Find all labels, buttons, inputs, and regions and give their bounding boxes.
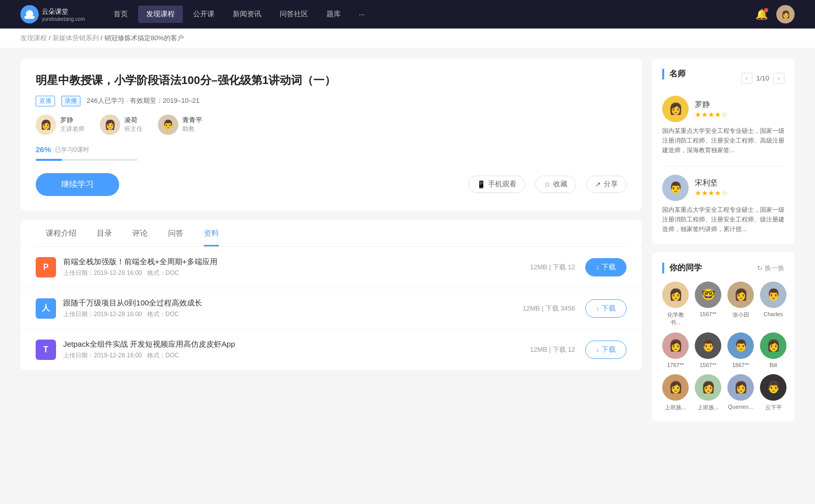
nav-items: 首页 发现课程 公开课 新闻资讯 问答社区 题库 ··· — [105, 6, 755, 23]
resource-3-meta: 上传日期：2019-12-28 16:00 格式：DOC — [63, 351, 530, 360]
breadcrumb-series[interactable]: 新媒体营销系列 — [52, 34, 99, 42]
nav-more[interactable]: ··· — [351, 6, 373, 22]
progress-bar — [36, 159, 138, 161]
teacher-1: 👩 罗静 ★★★★☆ 国内某重点大学安全工程专业硕士，国家一级注册消防工程师、注… — [662, 96, 784, 156]
instructor-1-role: 主讲老师 — [60, 125, 85, 133]
main-layout: 明星中教授课，小学阶段语法100分–强化级第1讲动词（一） 直播 录播 246人… — [0, 48, 815, 440]
classmate-4-avatar: 👨 — [760, 282, 786, 308]
mobile-watch-button[interactable]: 📱 手机观看 — [468, 176, 525, 193]
instructor-1-avatar: 👩 — [36, 115, 56, 135]
teacher-2-name: 宋利坚 — [695, 178, 728, 188]
teacher-1-info: 罗静 ★★★★☆ — [695, 100, 728, 119]
classmate-11: 👩 Querren... — [727, 374, 754, 411]
sidebar: 名师 ‹ 1/10 › 👩 罗静 ★★★★☆ 国内某重点大学安 — [652, 59, 795, 430]
breadcrumb-current: 销冠修炼术搞定80%的客户 — [104, 34, 184, 42]
course-stats: 246人已学习 · 有效期至：2019–10–21 — [87, 96, 200, 105]
instructor-3-info: 青青平 助教 — [182, 116, 202, 133]
teacher-2-info: 宋利坚 ★★★★☆ — [695, 178, 728, 197]
nav-news[interactable]: 新闻资讯 — [225, 6, 269, 23]
course-card: 明星中教授课，小学阶段语法100分–强化级第1讲动词（一） 直播 录播 246人… — [20, 59, 642, 210]
classmate-11-avatar: 👩 — [727, 374, 754, 401]
breadcrumb: 发现课程 / 新媒体营销系列 / 销冠修炼术搞定80%的客户 — [0, 29, 815, 48]
teachers-next-button[interactable]: › — [773, 73, 784, 84]
teachers-card: 名师 ‹ 1/10 › 👩 罗静 ★★★★☆ 国内某重点大学安 — [652, 59, 795, 244]
classmate-2-avatar: 🤓 — [695, 282, 721, 308]
resource-3-name: Jetpack全组件实战 开发短视频应用高仿皮皮虾App — [63, 340, 530, 349]
mobile-label: 手机观看 — [488, 180, 517, 189]
classmate-7-avatar: 👨 — [727, 332, 754, 359]
classmate-4: 👨 Charles — [760, 282, 786, 326]
bell-icon[interactable]: 🔔 — [755, 8, 768, 20]
classmates-grid: 👩 化学教书... 🤓 1567** 👩 张小田 👨 Charles 👩 — [662, 282, 784, 411]
share-button[interactable]: ↗ 分享 — [586, 176, 627, 193]
classmate-5-avatar: 👩 — [662, 332, 689, 359]
progress-label: 26% — [36, 145, 51, 154]
resource-item-1: P 前端全栈加强版！前端全栈+全周期+多端应用 上传日期：2019-12-28 … — [20, 247, 642, 288]
tab-resources[interactable]: 资料 — [194, 220, 229, 246]
classmate-8: 👩 Bill — [760, 332, 786, 368]
teacher-1-name: 罗静 — [695, 100, 728, 109]
teacher-2-stars: ★★★★☆ — [695, 189, 728, 197]
progress-fill — [36, 159, 62, 161]
teacher-2: 👨 宋利坚 ★★★★☆ 国内某重点大学安全工程专业硕士，国家一级注册消防工程师、… — [662, 175, 784, 235]
nav-right: 🔔 👩 — [755, 5, 795, 23]
tab-comment[interactable]: 评论 — [122, 220, 158, 246]
download-2-button[interactable]: ↓ 下载 — [585, 299, 627, 318]
nav-open[interactable]: 公开课 — [185, 6, 223, 23]
classmate-3-avatar: 👩 — [727, 282, 754, 308]
instructor-2-avatar: 👩 — [100, 115, 120, 135]
tab-catalog[interactable]: 目录 — [87, 220, 122, 246]
course-actions: 继续学习 📱 手机观看 ☆ 收藏 ↗ 分享 — [36, 173, 627, 196]
teacher-1-header: 👩 罗静 ★★★★☆ — [662, 96, 784, 122]
classmate-10-name: 上班族... — [697, 404, 719, 411]
classmate-9-name: 上班族... — [665, 404, 686, 411]
classmate-12-avatar: 👨 — [760, 374, 786, 401]
classmate-9: 👩 上班族... — [662, 374, 689, 411]
nav-bank[interactable]: 题库 — [318, 6, 349, 23]
notification-dot — [764, 8, 768, 12]
teacher-2-header: 👨 宋利坚 ★★★★☆ — [662, 175, 784, 201]
classmate-8-name: Bill — [770, 362, 777, 368]
resource-item-3: T Jetpack全组件实战 开发短视频应用高仿皮皮虾App 上传日期：2019… — [20, 329, 642, 370]
classmate-1-avatar: 👩 — [662, 282, 689, 308]
classmate-10: 👩 上班族... — [695, 374, 721, 411]
tab-intro[interactable]: 课程介绍 — [36, 220, 87, 246]
teachers-page: 1/10 — [756, 74, 769, 82]
instructor-2: 👩 凌荷 班主任 — [100, 115, 143, 135]
badge-record: 录播 — [61, 96, 80, 106]
action-buttons: 📱 手机观看 ☆ 收藏 ↗ 分享 — [468, 176, 627, 193]
classmate-12: 👨 云下平 — [760, 374, 786, 411]
logo-text: 云朵课堂 yundouketang.com — [42, 7, 85, 22]
download-1-button[interactable]: ↓ 下载 — [585, 258, 627, 276]
nav-home[interactable]: 首页 — [105, 6, 136, 23]
course-title: 明星中教授课，小学阶段语法100分–强化级第1讲动词（一） — [36, 73, 627, 89]
nav-qa[interactable]: 问答社区 — [271, 6, 316, 23]
classmate-1-name: 化学教书... — [662, 311, 689, 326]
breadcrumb-sep2: / — [100, 34, 104, 42]
logo[interactable]: 云朵课堂 yundouketang.com — [20, 5, 85, 23]
resource-3-info: Jetpack全组件实战 开发短视频应用高仿皮皮虾App 上传日期：2019-1… — [63, 340, 530, 360]
resource-2-name: 跟随千万级项目从0到100全过程高效成长 — [63, 298, 523, 308]
breadcrumb-discover[interactable]: 发现课程 — [20, 34, 47, 42]
bookmark-label: 收藏 — [553, 180, 567, 189]
progress-section: 26% 已学习0课时 — [36, 145, 627, 161]
teacher-2-avatar: 👨 — [662, 175, 689, 201]
nav-discover[interactable]: 发现课程 — [138, 6, 183, 23]
instructors: 👩 罗静 主讲老师 👩 凌荷 班主任 👨 青青平 — [36, 115, 627, 135]
bookmark-button[interactable]: ☆ 收藏 — [535, 176, 576, 193]
progress-sub: 已学习0课时 — [55, 146, 89, 154]
classmate-6: 👨 1567** — [695, 332, 721, 368]
content-area: 明星中教授课，小学阶段语法100分–强化级第1讲动词（一） 直播 录播 246人… — [20, 59, 642, 430]
user-avatar[interactable]: 👩 — [776, 5, 795, 23]
teachers-prev-button[interactable]: ‹ — [741, 73, 752, 84]
instructor-1-name: 罗静 — [60, 116, 85, 125]
resource-2-info: 跟随千万级项目从0到100全过程高效成长 上传日期：2019-12-28 16:… — [63, 298, 523, 319]
tab-qa[interactable]: 问答 — [158, 220, 194, 246]
teacher-1-stars: ★★★★☆ — [695, 110, 728, 119]
tabs: 课程介绍 目录 评论 问答 资料 — [36, 220, 627, 247]
classmate-6-avatar: 👨 — [695, 332, 721, 359]
download-3-button[interactable]: ↓ 下载 — [585, 341, 627, 359]
continue-button[interactable]: 继续学习 — [36, 173, 119, 196]
refresh-button[interactable]: ↻ 换一换 — [757, 264, 784, 273]
refresh-label: 换一换 — [765, 264, 784, 273]
